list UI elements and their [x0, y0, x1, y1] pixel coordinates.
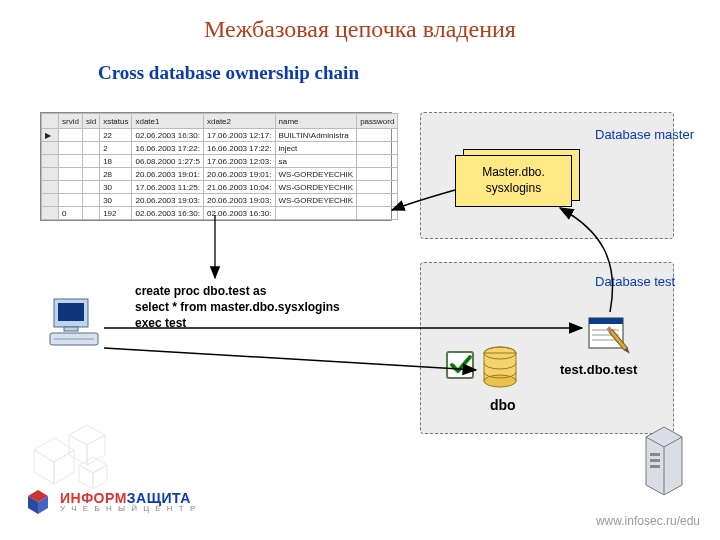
sysxlogins-grid: srvidsidxstatusxdate1xdate2namepassword▶…: [40, 112, 392, 221]
page-title: Межбазовая цепочка владения: [0, 16, 720, 43]
db-master-label: Database master: [595, 128, 694, 143]
server-icon: [642, 423, 690, 495]
master-card-line2: sysxlogins: [456, 181, 571, 197]
slide: Межбазовая цепочка владения Cross databa…: [0, 0, 720, 540]
dbo-label: dbo: [490, 397, 516, 413]
db-test-label: Database test: [595, 275, 675, 290]
svg-rect-19: [650, 459, 660, 462]
subtitle: Cross database ownership chain: [98, 62, 359, 84]
database-cylinder-icon: [480, 345, 520, 391]
check-icon: [445, 350, 477, 382]
svg-rect-1: [58, 303, 84, 321]
logo-icon: [22, 486, 54, 518]
svg-rect-18: [650, 453, 660, 456]
svg-rect-2: [64, 327, 78, 331]
footer-url: www.infosec.ru/edu: [596, 514, 700, 528]
master-card: Master.dbo. sysxlogins: [455, 155, 575, 210]
svg-rect-20: [650, 465, 660, 468]
form-icon: [585, 312, 635, 358]
brand-logo: ИНФОРМЗАЩИТА У Ч Е Б Н Ы Й Ц Е Н Т Р: [22, 486, 197, 518]
sql-code: create proc dbo.test as select * from ma…: [135, 283, 340, 332]
master-card-line1: Master.dbo.: [456, 165, 571, 181]
client-computer-icon: [48, 295, 103, 350]
test-proc-label: test.dbo.test: [560, 362, 637, 377]
logo-text: ИНФОРМЗАЩИТА У Ч Е Б Н Ы Й Ц Е Н Т Р: [60, 491, 197, 513]
svg-rect-11: [589, 318, 623, 324]
